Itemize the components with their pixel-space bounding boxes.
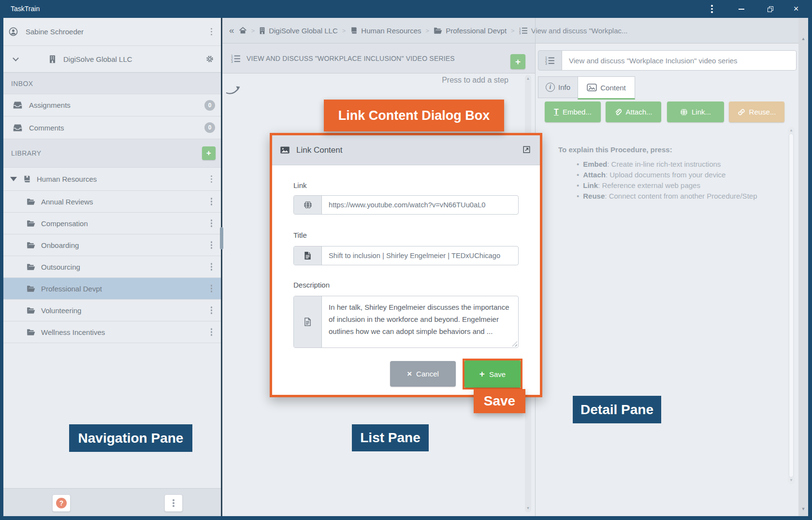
document-lines-icon	[294, 296, 322, 347]
navigation-pane: Sabine Schroeder DigiSolve Global LLC IN…	[3, 18, 221, 516]
window-restore-button[interactable]	[763, 0, 778, 18]
embed-icon: T	[554, 108, 559, 116]
title-field[interactable]: Shift to inclusion | Shirley Engelmeier …	[293, 246, 519, 265]
cancel-button[interactable]: × Cancel	[390, 361, 456, 387]
help-item: •Link: Reference external web pages	[558, 180, 795, 191]
detail-pane-scrollbar[interactable]: ▲ ▼	[788, 127, 795, 484]
add-library-manual-button[interactable]: +	[202, 146, 216, 160]
description-field[interactable]: In her talk, Shirley Engelmeier discusse…	[293, 296, 519, 348]
user-row[interactable]: Sabine Schroeder	[3, 18, 221, 46]
inbox-section-header: INBOX	[3, 72, 221, 94]
folder-label: Wellness Incentives	[41, 328, 209, 336]
breadcrumb-separator: >	[511, 27, 515, 34]
link-content-dialog-highlight: Link Content Link https://www.youtube.co…	[270, 133, 542, 397]
description-field-value[interactable]: In her talk, Shirley Engelmeier discusse…	[322, 296, 518, 347]
question-icon: ?	[56, 498, 67, 508]
scroll-up-icon[interactable]: ▲	[798, 36, 808, 41]
image-icon	[280, 146, 290, 154]
folder-label: Compensation	[41, 219, 209, 228]
folder-icon	[27, 329, 35, 336]
folder-menu-icon[interactable]	[209, 239, 215, 251]
sidebar-item-assignments[interactable]: Assignments 0	[3, 94, 221, 116]
link-field-value[interactable]: https://www.youtube.com/watch?v=vN66TUu0…	[322, 196, 518, 214]
sidebar-item-comments[interactable]: Comments 0	[3, 116, 221, 139]
breadcrumb-item-organization[interactable]: DigiSolve Global LLC	[259, 27, 338, 35]
svg-text:3: 3	[231, 60, 233, 63]
image-icon	[587, 83, 597, 92]
org-row[interactable]: DigiSolve Global LLC	[3, 46, 221, 72]
add-step-hint: Press to add a step	[222, 76, 508, 95]
sidebar-item-wellness-incentives[interactable]: Wellness Incentives	[3, 321, 221, 343]
window-close-button[interactable]: ×	[789, 0, 803, 18]
window-scrollbar[interactable]: ▲ ▼	[798, 18, 808, 516]
save-button[interactable]: + Save	[464, 361, 521, 388]
link-field[interactable]: https://www.youtube.com/watch?v=vN66TUu0…	[293, 195, 519, 215]
window-menu-icon[interactable]	[705, 0, 719, 18]
breadcrumb-item-manual[interactable]: Human Resources	[350, 27, 421, 35]
scroll-up-icon[interactable]: ▲	[788, 128, 795, 133]
help-item: •Reuse: Connect content from another Pro…	[558, 191, 795, 202]
breadcrumb-separator: >	[342, 27, 346, 34]
organization-icon	[49, 55, 56, 63]
paperclip-icon	[614, 108, 622, 116]
procedure-title-input[interactable]: View and discuss "Workplace Inclusion" v…	[562, 50, 797, 71]
svg-text:3: 3	[545, 62, 547, 65]
sidebar-item-human-resources[interactable]: Human Resources	[3, 168, 221, 191]
link-button[interactable]: Link...	[667, 101, 724, 122]
scrollbar-thumb[interactable]	[789, 133, 794, 477]
gear-icon[interactable]	[205, 55, 214, 63]
app-window: TaskTrain × Sabine Schroeder DigiSolve G…	[0, 0, 812, 520]
scroll-up-icon[interactable]: ▲	[525, 76, 531, 81]
help-item: •Embed: Create in-line rich-text instruc…	[558, 159, 795, 170]
help-button[interactable]: ?	[52, 494, 71, 512]
scroll-down-icon[interactable]: ▼	[798, 506, 808, 511]
sidebar-item-onboarding[interactable]: Onboarding	[3, 234, 221, 256]
sidebar-item-outsourcing[interactable]: Outsourcing	[3, 256, 221, 278]
svg-text:3: 3	[519, 32, 521, 34]
content-help-text: To explain this Procedure, press: •Embed…	[558, 145, 795, 202]
procedure-list-icon: 123	[231, 54, 241, 63]
folder-menu-icon[interactable]	[209, 261, 215, 273]
expand-triangle-icon[interactable]	[10, 177, 17, 181]
comments-count-badge: 0	[204, 122, 215, 133]
attach-button[interactable]: Attach...	[606, 101, 661, 122]
human-resources-menu-icon[interactable]	[209, 173, 215, 185]
folder-menu-icon[interactable]	[209, 326, 215, 338]
scroll-down-icon[interactable]: ▼	[525, 506, 531, 511]
nav-footer-menu-button[interactable]	[164, 494, 183, 512]
nav-footer: ?	[3, 488, 221, 516]
expand-dialog-icon[interactable]	[523, 146, 530, 153]
folder-icon	[27, 263, 35, 271]
embed-button[interactable]: T Embed...	[545, 101, 601, 122]
folder-icon	[27, 307, 35, 314]
pane-resize-grip[interactable]	[220, 227, 223, 249]
folder-menu-icon[interactable]	[209, 283, 215, 294]
folder-menu-icon[interactable]	[209, 217, 215, 229]
breadcrumb-item-folder[interactable]: Professional Devpt	[434, 27, 507, 35]
add-step-button[interactable]: +	[510, 54, 525, 69]
window-minimize-button[interactable]	[734, 0, 749, 18]
folder-icon	[27, 285, 35, 292]
user-menu-icon[interactable]	[209, 26, 215, 38]
scroll-down-icon[interactable]: ▼	[788, 478, 795, 483]
collapse-breadcrumb-icon[interactable]: «	[229, 25, 234, 36]
save-button-highlight: + Save	[463, 359, 522, 390]
sidebar-item-label: Comments	[29, 124, 204, 132]
assignments-count-badge: 0	[204, 100, 215, 111]
sidebar-item-volunteering[interactable]: Volunteering	[3, 300, 221, 321]
breadcrumb-home[interactable]	[239, 27, 247, 34]
sidebar-item-compensation[interactable]: Compensation	[3, 213, 221, 234]
folder-label: Onboarding	[41, 241, 209, 249]
folder-label: Volunteering	[41, 306, 209, 315]
sidebar-item-annual-reviews[interactable]: Annual Reviews	[3, 191, 221, 213]
reuse-button[interactable]: Reuse...	[729, 101, 784, 122]
tab-content[interactable]: Content	[578, 76, 635, 100]
folder-icon	[27, 242, 35, 249]
title-field-value[interactable]: Shift to inclusion | Shirley Engelmeier …	[322, 246, 518, 265]
folder-menu-icon[interactable]	[209, 304, 215, 316]
sidebar-item-professional-devpt[interactable]: Professional Devpt	[3, 278, 221, 300]
folder-menu-icon[interactable]	[209, 196, 215, 207]
chevron-down-icon[interactable]	[13, 55, 19, 61]
folder-icon	[27, 198, 35, 205]
tab-info[interactable]: i Info	[538, 76, 578, 98]
